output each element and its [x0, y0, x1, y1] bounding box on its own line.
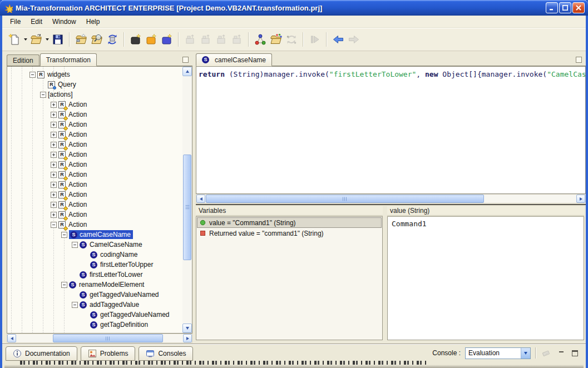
scroll-up-button[interactable] — [182, 67, 192, 76]
dropdown-caret-icon[interactable] — [22, 32, 28, 47]
scroll-down-button[interactable] — [182, 324, 192, 333]
expander-plus-icon[interactable] — [51, 192, 57, 198]
code-editor[interactable]: return (String)manager.invoke("firstLett… — [196, 66, 586, 194]
tree-node-Action[interactable]: RAction — [7, 150, 182, 160]
install-icon[interactable] — [214, 32, 229, 47]
titlebar[interactable]: Mia-Transformation ARCHITECT ENTERPRISE … — [0, 0, 588, 16]
expander-minus-icon[interactable] — [29, 72, 36, 78]
expander-plus-icon[interactable] — [51, 182, 57, 188]
tree-node-getTaggedValueNamed[interactable]: SgetTaggedValueNamed — [7, 310, 182, 320]
save-icon[interactable] — [50, 32, 66, 47]
expander-plus-icon[interactable] — [51, 202, 57, 208]
tab-documentation[interactable]: Documentation — [6, 346, 77, 361]
variable-row[interactable]: value = "Command1" (String) — [197, 217, 382, 228]
panel-divider[interactable] — [196, 204, 586, 205]
tree-node-Action[interactable]: RAction — [7, 130, 182, 140]
expander-plus-icon[interactable] — [51, 162, 57, 168]
scrollbar-thumb[interactable] — [183, 155, 191, 260]
tree-node-codingName[interactable]: ScodingName — [7, 250, 182, 260]
tree-node-Action[interactable]: RAction — [7, 190, 182, 200]
maximize-button[interactable] — [559, 2, 571, 13]
tree-node-Query[interactable]: RQuery — [7, 79, 182, 89]
minimize-panel-icon[interactable] — [557, 349, 566, 357]
tree-node-firstLetterToUpper[interactable]: SfirstLetterToUpper — [7, 260, 182, 270]
minimize-button[interactable] — [546, 2, 558, 13]
install-icon[interactable] — [198, 32, 214, 47]
tree-node-CamelCaseName[interactable]: SCamelCaseName — [7, 240, 182, 250]
expander-plus-icon[interactable] — [51, 122, 57, 128]
scrollbar-thumb[interactable] — [206, 195, 484, 203]
new-document-icon[interactable] — [7, 32, 22, 47]
tree-node-renameModelElement[interactable]: SrenameModelElement — [7, 280, 182, 290]
expander-plus-icon[interactable] — [51, 172, 57, 178]
install-icon[interactable] — [182, 32, 198, 47]
tab-problems[interactable]: Problems — [81, 346, 136, 361]
scroll-left-button[interactable] — [196, 195, 205, 203]
expander-plus-icon[interactable] — [51, 142, 57, 148]
expander-plus-icon[interactable] — [51, 132, 57, 138]
open-run-folder-icon[interactable] — [268, 32, 284, 47]
variable-row[interactable]: Returned value = "command1" (String) — [197, 228, 382, 238]
expander-minus-icon[interactable] — [61, 232, 67, 238]
tree-node-actions[interactable]: [actions] — [7, 89, 182, 100]
resume-icon[interactable] — [307, 32, 323, 47]
menu-help[interactable]: Help — [82, 17, 105, 27]
tree-node-Action[interactable]: RAction — [7, 160, 182, 170]
tree-node-Action[interactable]: RAction — [7, 210, 182, 220]
forward-icon[interactable] — [346, 32, 362, 47]
tree-node-Action[interactable]: RAction — [7, 220, 182, 230]
back-icon[interactable] — [330, 32, 346, 47]
tab-camelcasename[interactable]: S camelCaseName — [196, 53, 272, 66]
new-module-black-icon[interactable] — [128, 32, 144, 47]
scrollbar-thumb[interactable] — [53, 334, 163, 342]
close-button[interactable] — [572, 2, 585, 13]
dropdown-caret-icon[interactable] — [44, 32, 50, 47]
refresh-run-icon[interactable] — [284, 32, 299, 47]
model-structure-icon[interactable] — [253, 32, 268, 47]
scroll-left-button[interactable] — [7, 334, 16, 342]
expander-minus-icon[interactable] — [72, 242, 78, 248]
expander-minus-icon[interactable] — [51, 222, 57, 228]
expander-plus-icon[interactable] — [51, 212, 57, 218]
tree-node-getTaggedValueNamed[interactable]: SgetTaggedValueNamed — [7, 290, 182, 300]
expander-minus-icon[interactable] — [72, 302, 78, 308]
install-icon[interactable] — [229, 32, 245, 47]
tab-consoles[interactable]: Consoles — [139, 346, 193, 361]
console-select[interactable]: Evaluation — [465, 347, 531, 359]
chevron-down-icon[interactable] — [521, 348, 530, 359]
scroll-right-button[interactable] — [576, 195, 585, 203]
value-content[interactable]: Command1 — [387, 216, 584, 340]
editor-horizontal-scrollbar[interactable] — [196, 194, 586, 203]
expander-plus-icon[interactable] — [51, 112, 57, 118]
tree-node-Action[interactable]: RAction — [7, 200, 182, 210]
expander-minus-icon[interactable] — [40, 92, 46, 98]
clear-console-icon[interactable] — [540, 347, 552, 359]
menu-file[interactable]: File — [6, 17, 25, 27]
tree-node-Action[interactable]: RAction — [7, 180, 182, 190]
tree-node-getTagDefinition[interactable]: SgetTagDefinition — [7, 320, 182, 330]
open-project-icon[interactable] — [28, 32, 44, 47]
tree-vertical-scrollbar[interactable] — [182, 67, 192, 333]
menu-edit[interactable]: Edit — [26, 17, 47, 27]
new-module-blue-icon[interactable] — [159, 32, 175, 47]
tree-node-Action[interactable]: RAction — [7, 120, 182, 130]
expander-minus-icon[interactable] — [61, 282, 67, 288]
expander-plus-icon[interactable] — [51, 152, 57, 158]
sync-model-icon[interactable] — [105, 32, 120, 47]
tree-node-firstLetterToLower[interactable]: SfirstLetterToLower — [7, 270, 182, 280]
tab-transformation[interactable]: Transformation — [40, 53, 97, 66]
deploy-model-icon[interactable] — [73, 32, 89, 47]
tab-edition[interactable]: Edition — [7, 54, 39, 66]
expander-plus-icon[interactable] — [51, 102, 57, 108]
tree-node-addTaggedValue[interactable]: SaddTaggedValue — [7, 300, 182, 310]
menu-window[interactable]: Window — [48, 17, 81, 27]
tree-node-Action[interactable]: RAction — [7, 170, 182, 180]
maximize-panel-toggle[interactable] — [182, 57, 189, 63]
tree-node-camelCaseName[interactable]: ScamelCaseName — [7, 230, 182, 240]
maximize-panel-toggle[interactable] — [576, 57, 582, 63]
tree-horizontal-scrollbar[interactable] — [7, 334, 192, 343]
scroll-right-button[interactable] — [183, 334, 192, 342]
tree-node-Action[interactable]: RAction — [7, 140, 182, 150]
tree-node-Action[interactable]: RAction — [7, 100, 182, 110]
browse-model-icon[interactable] — [89, 32, 105, 47]
